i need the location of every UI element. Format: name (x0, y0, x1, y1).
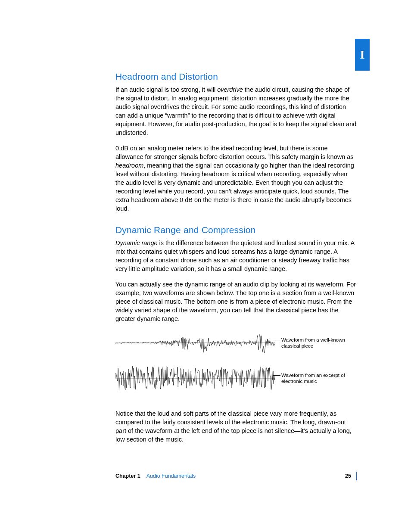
emphasis: headroom (115, 162, 143, 169)
heading-headroom: Headroom and Distortion (115, 72, 357, 82)
caption-electronic: Waveform from an excerpt of electronic m… (281, 372, 355, 384)
leader-line (273, 340, 280, 340)
page-content: Headroom and Distortion If an audio sign… (115, 72, 357, 451)
text: If an audio signal is too strong, it wil… (115, 86, 217, 93)
page-number: 25 (345, 473, 351, 479)
waveform-electronic-row: Waveform from an excerpt of electronic m… (115, 364, 357, 395)
waveform-figure: Waveform from a well-known classical pie… (115, 330, 357, 399)
waveform-classical-row: Waveform from a well-known classical pie… (115, 330, 357, 360)
emphasis: overdrive (217, 86, 243, 93)
caption-classical: Waveform from a well-known classical pie… (281, 337, 355, 349)
leader-line (273, 375, 280, 376)
text: the audio circuit, causing the shape of … (115, 86, 356, 136)
caption-text: Waveform from a well-known classical pie… (281, 337, 345, 348)
page-footer: Chapter 1 Audio Fundamentals 25 (115, 472, 357, 480)
paragraph: If an audio signal is too strong, it wil… (115, 85, 357, 137)
chapter-label: Chapter 1 (115, 473, 140, 479)
paragraph: Dynamic range is the difference between … (115, 239, 357, 273)
chapter-title: Audio Fundamentals (146, 473, 196, 479)
text: 0 dB on an analog meter refers to the id… (115, 145, 354, 160)
paragraph: Notice that the loud and soft parts of t… (115, 409, 357, 444)
emphasis: Dynamic range (115, 240, 158, 246)
part-tab: I (355, 39, 370, 71)
paragraph: You can actually see the dynamic range o… (115, 280, 357, 323)
waveform-electronic (115, 364, 275, 395)
caption-text: Waveform from an excerpt of electronic m… (281, 373, 345, 384)
text: , meaning that the signal can occasional… (115, 162, 354, 212)
waveform-classical (115, 330, 275, 356)
heading-dynamic-range: Dynamic Range and Compression (115, 225, 357, 235)
paragraph: 0 dB on an analog meter refers to the id… (115, 144, 357, 213)
